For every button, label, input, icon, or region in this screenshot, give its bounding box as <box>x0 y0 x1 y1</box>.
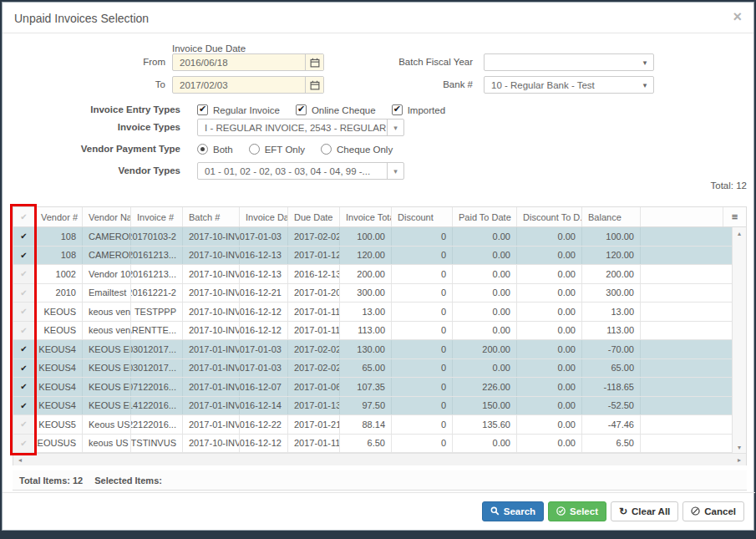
scroll-up-icon[interactable]: ▴ <box>733 227 746 239</box>
grid-cell: 07122016... <box>131 378 183 396</box>
grid-cell: 0.00 <box>517 397 582 415</box>
grid-cell: 2017-01-12 <box>288 247 340 265</box>
radio-option[interactable]: EFT Only <box>249 144 305 155</box>
row-checkbox[interactable]: ✔ <box>13 435 35 453</box>
table-row[interactable]: ✔KEOUS4KEOUS EF...14122016...2017-01-INV… <box>13 397 733 416</box>
row-checkbox[interactable]: ✔ <box>13 415 35 434</box>
column-header[interactable]: Paid To Date <box>453 207 517 226</box>
grid-cell: 2017-01-03 <box>240 340 288 358</box>
checkbox-icon[interactable] <box>197 104 208 115</box>
column-header[interactable]: Vendor # <box>35 207 83 226</box>
grid-cell: 120.00 <box>340 247 392 265</box>
row-checkbox[interactable]: ✔ <box>13 340 35 358</box>
column-header[interactable]: Due Date <box>288 207 340 226</box>
check-circle-icon <box>556 506 566 517</box>
scroll-right-icon[interactable]: ▸ <box>733 454 746 465</box>
grid-cell: 2016-12-12 <box>240 322 288 340</box>
grid-cell: KEOUS4 <box>35 397 83 415</box>
grid-cell: 0.00 <box>453 359 517 378</box>
column-header[interactable]: Discount To D... <box>517 207 582 226</box>
radio-option[interactable]: Cheque Only <box>321 144 393 155</box>
invoice-types-select[interactable]: I - REGULAR INVOICE, 2543 - REGULAR INVO… <box>197 119 404 136</box>
row-checkbox[interactable]: ✔ <box>13 247 35 265</box>
column-header[interactable]: Discount <box>392 207 453 226</box>
checkbox-option-label: Online Cheque <box>312 105 376 115</box>
grid-cell: 108 <box>35 227 83 246</box>
table-row[interactable]: ✔KEOUSUSkeous USTSTINVUS2017-10-INV...20… <box>13 435 733 454</box>
grid-cell: 0 <box>392 435 453 453</box>
clear-all-button[interactable]: ↻ Clear All <box>611 501 678 521</box>
table-row[interactable]: ✔KEOUS5Keous US ...22122016...2017-01-IN… <box>13 415 733 435</box>
cancel-button[interactable]: Cancel <box>682 501 744 521</box>
vertical-scrollbar[interactable]: ▴ ▾ <box>732 227 746 453</box>
row-checkbox[interactable]: ✔ <box>13 303 35 321</box>
row-filler <box>641 359 733 378</box>
checkbox-option-label: Regular Invoice <box>213 105 280 115</box>
from-date-value: 2016/06/18 <box>173 58 305 68</box>
search-button[interactable]: Search <box>482 501 544 521</box>
checkbox-option[interactable]: Imported <box>392 104 445 115</box>
table-row[interactable]: ✔KEOUSkeous ven...PARENTTE...2017-10-INV… <box>13 322 733 341</box>
grid-cell: 2016-12-21 <box>240 284 288 303</box>
grid-cell: 2016-12-13 <box>240 247 288 265</box>
row-checkbox[interactable]: ✔ <box>13 265 35 283</box>
grid-cell: 20170103-2 <box>131 227 183 246</box>
row-checkbox[interactable]: ✔ <box>13 322 35 340</box>
radio-option[interactable]: Both <box>197 144 233 155</box>
grid-cell: 2017-10-INV... <box>183 265 240 283</box>
grid-cell: 97.50 <box>340 397 392 415</box>
close-icon[interactable]: × <box>733 9 742 24</box>
grid-cell: 2017-01-11 <box>288 303 340 321</box>
table-row[interactable]: ✔1002Vendor 10...20161213...2017-10-INV.… <box>13 265 733 284</box>
column-header[interactable]: Invoice Total <box>340 207 392 226</box>
checkbox-option[interactable]: Regular Invoice <box>197 104 280 115</box>
bank-select[interactable]: 10 - Regular Bank - Test ▾ <box>484 76 654 94</box>
checkbox-icon[interactable] <box>392 104 403 115</box>
column-header[interactable]: Vendor Na... <box>83 207 131 226</box>
grid-cell: 0.00 <box>453 435 517 453</box>
dialog-body: Invoice Due Date From 2016/06/18 To 2017… <box>3 33 755 494</box>
grid-cell: 13.00 <box>340 303 392 321</box>
grid-cell: 0 <box>392 247 453 265</box>
radio-icon[interactable] <box>249 144 260 155</box>
batch-fiscal-year-select[interactable]: ▾ <box>484 53 654 71</box>
grid-cell: 2016-12-14 <box>240 397 288 415</box>
vendor-types-select[interactable]: 01 - 01, 02 - 02, 03 - 03, 04 - 04, 99 -… <box>197 162 404 180</box>
column-header[interactable]: Batch # <box>183 207 240 226</box>
table-row[interactable]: ✔108CAMERON...20161213...2017-10-INV...2… <box>13 247 733 266</box>
dialog-title: Unpaid Invoices Selection <box>14 12 149 25</box>
column-header[interactable]: Invoice Da... <box>240 207 288 226</box>
row-checkbox[interactable]: ✔ <box>13 284 35 303</box>
grid-total-label: Total: 12 <box>711 181 747 191</box>
grid-cell: 20161213... <box>131 247 183 265</box>
grid-cell: 20161221-2 <box>131 284 183 303</box>
grid-cell: 0.00 <box>453 227 517 246</box>
radio-option-label: Both <box>213 145 233 155</box>
horizontal-scrollbar[interactable]: ◂ ▸ <box>13 453 746 465</box>
grid-cell: keous ven... <box>83 303 131 321</box>
radio-icon[interactable] <box>321 144 332 155</box>
column-header[interactable]: Invoice # <box>131 207 183 226</box>
row-checkbox[interactable]: ✔ <box>13 378 35 396</box>
table-row[interactable]: ✔108CAMERON...20170103-22017-10-INV...20… <box>13 227 733 247</box>
radio-icon[interactable] <box>197 144 208 155</box>
checkbox-icon[interactable] <box>296 104 307 115</box>
row-checkbox[interactable]: ✔ <box>13 359 35 378</box>
grid-cell: 2016-12-12 <box>240 435 288 453</box>
grid-cell: 03012017... <box>131 359 183 378</box>
row-checkbox[interactable]: ✔ <box>13 397 35 415</box>
select-button[interactable]: Select <box>548 501 606 521</box>
table-row[interactable]: ✔2010Emailtest20161221-22017-10-INV...20… <box>13 284 733 303</box>
scroll-left-icon[interactable]: ◂ <box>13 454 27 465</box>
table-row[interactable]: ✔KEOUS4KEOUS EF...03012017...2017-01-INV… <box>13 340 733 359</box>
column-header[interactable]: Balance <box>582 207 641 226</box>
row-checkbox[interactable]: ✔ <box>13 227 35 246</box>
cancel-button-label: Cancel <box>704 506 736 516</box>
table-row[interactable]: ✔KEOUS4KEOUS EF...07122016...2017-01-INV… <box>13 378 733 397</box>
scroll-down-icon[interactable]: ▾ <box>733 441 746 453</box>
column-menu-icon[interactable]: ≡ <box>723 207 746 226</box>
table-row[interactable]: ✔KEOUSkeous ven...TESTPPP2017-10-INV...2… <box>13 303 733 322</box>
checkbox-option[interactable]: Online Cheque <box>296 104 376 115</box>
table-row[interactable]: ✔KEOUS4KEOUS EF...03012017...2017-01-INV… <box>13 359 733 379</box>
select-all-checkbox[interactable]: ✔ <box>13 207 35 226</box>
